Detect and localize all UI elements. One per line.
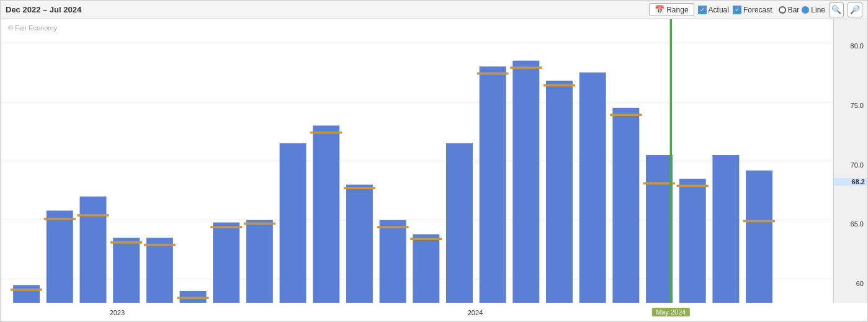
svg-rect-18: [210, 226, 242, 228]
line-radio-circle: [802, 6, 809, 14]
toolbar-controls: 📅 Range ✓ Actual ✓ Forecast Bar: [649, 2, 862, 17]
svg-rect-23: [310, 132, 342, 134]
svg-rect-16: [177, 297, 209, 299]
x-axis-label: 2023: [110, 309, 125, 316]
svg-rect-39: [610, 114, 642, 116]
date-range-label: Dec 2022 – Jul 2024: [6, 5, 81, 14]
svg-rect-24: [346, 185, 373, 303]
svg-rect-40: [646, 155, 673, 303]
svg-rect-35: [546, 81, 573, 303]
y-axis-label: 60: [856, 280, 864, 287]
bar-radio-circle: [779, 6, 786, 14]
svg-rect-19: [246, 220, 273, 303]
y-axis-label: 75.0: [851, 102, 864, 109]
zoom-in-icon[interactable]: 🔍: [829, 2, 844, 17]
chart-svg: [1, 19, 833, 303]
forecast-check-icon: ✓: [733, 6, 741, 14]
svg-rect-10: [77, 214, 109, 217]
y-axis-label: 65.0: [851, 220, 864, 228]
chart-type-radio: Bar Line: [779, 6, 825, 14]
svg-rect-33: [512, 61, 539, 303]
actual-label: Actual: [709, 6, 729, 14]
y-axis: 6065.070.075.080.068.2: [833, 19, 867, 303]
svg-rect-5: [13, 285, 40, 303]
forecast-checkbox[interactable]: ✓ Forecast: [733, 6, 772, 14]
svg-rect-17: [213, 223, 239, 303]
svg-rect-38: [612, 108, 639, 303]
svg-rect-7: [47, 210, 73, 303]
forecast-label: Forecast: [743, 6, 772, 14]
svg-rect-20: [244, 223, 275, 225]
svg-rect-37: [579, 73, 606, 303]
x-axis-label: May 2024: [652, 308, 689, 316]
svg-rect-6: [11, 288, 42, 291]
svg-rect-36: [544, 84, 575, 87]
zoom-out-icon[interactable]: 🔎: [848, 2, 862, 17]
svg-rect-14: [144, 244, 176, 246]
bar-label: Bar: [788, 6, 800, 14]
line-radio[interactable]: Line: [802, 6, 825, 14]
svg-rect-12: [110, 241, 142, 244]
svg-rect-21: [280, 143, 306, 303]
svg-rect-43: [677, 185, 709, 187]
svg-rect-42: [679, 179, 706, 303]
y-axis-label: 80.0: [851, 42, 864, 50]
svg-rect-11: [113, 238, 140, 303]
svg-rect-46: [743, 220, 775, 223]
chart-container: Dec 2022 – Jul 2024 📅 Range ✓ Actual ✓ F…: [0, 0, 868, 322]
svg-rect-29: [410, 238, 442, 240]
svg-rect-13: [146, 238, 173, 303]
svg-rect-30: [446, 143, 473, 303]
svg-rect-22: [313, 125, 339, 303]
bar-radio[interactable]: Bar: [779, 6, 800, 14]
svg-rect-45: [746, 171, 772, 303]
svg-rect-9: [79, 197, 106, 303]
svg-rect-26: [380, 220, 406, 303]
actual-check-icon: ✓: [698, 6, 707, 14]
svg-rect-25: [344, 187, 375, 189]
toolbar: Dec 2022 – Jul 2024 📅 Range ✓ Actual ✓ F…: [1, 1, 867, 19]
svg-rect-32: [477, 73, 509, 75]
line-label: Line: [811, 6, 825, 14]
y-axis-label: 70.0: [851, 161, 864, 169]
svg-rect-28: [413, 235, 439, 303]
svg-rect-44: [712, 155, 739, 303]
value-highlight-label: 68.2: [834, 178, 867, 186]
svg-rect-8: [44, 218, 76, 220]
svg-rect-27: [377, 226, 409, 228]
actual-checkbox[interactable]: ✓ Actual: [698, 6, 729, 14]
svg-rect-34: [510, 66, 542, 69]
x-axis: 20232024May 2024: [1, 303, 833, 321]
x-axis-label: 2024: [468, 309, 483, 316]
svg-rect-31: [480, 66, 506, 303]
range-button[interactable]: 📅 Range: [649, 3, 694, 16]
range-label: Range: [666, 6, 688, 14]
range-icon: 📅: [655, 5, 664, 14]
